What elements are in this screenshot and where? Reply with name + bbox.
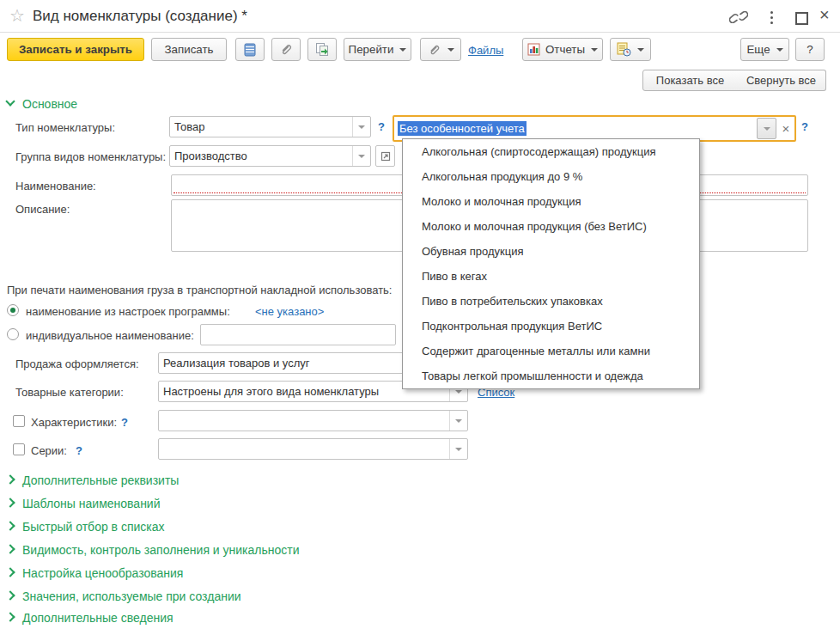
chevron-down-icon — [399, 48, 406, 52]
scheduled-docs-button[interactable] — [610, 38, 651, 61]
radio-program-label: наименование из настроек программы: — [26, 305, 230, 318]
list-item[interactable]: Молоко и молочная продукция (без ВетИС) — [403, 214, 699, 239]
group-value: Производство — [170, 150, 352, 162]
characteristics-combobox[interactable] — [158, 410, 468, 431]
page-title: Вид номенклатуры (создание) * — [33, 8, 247, 25]
chevron-down-icon[interactable] — [352, 146, 370, 166]
section-label: Видимость, контроль заполнения и уникаль… — [22, 543, 300, 557]
section-main-label: Основное — [22, 97, 77, 111]
section-additional-attributes[interactable]: Дополнительные реквизиты — [7, 473, 179, 487]
more-actions-button[interactable]: Еще — [740, 38, 789, 61]
section-label: Дополнительные сведения — [22, 611, 173, 625]
save-button[interactable]: Записать — [151, 38, 227, 61]
clear-icon[interactable]: × — [777, 117, 794, 140]
window: ☆ Вид номенклатуры (создание) * × Записа… — [0, 0, 840, 629]
section-creation-values[interactable]: Значения, используемые при создании — [7, 589, 241, 603]
more-menu-icon[interactable] — [770, 11, 774, 27]
group-label: Группа видов номенклатуры: — [15, 150, 166, 163]
chevron-right-icon — [5, 521, 15, 530]
categories-label: Товарные категории: — [15, 386, 124, 399]
attach-file-button[interactable] — [271, 38, 301, 61]
show-all-button[interactable]: Показать все — [642, 70, 738, 91]
titlebar-divider — [0, 32, 840, 33]
maximize-icon[interactable] — [795, 12, 808, 25]
section-label: Настройка ценообразования — [22, 566, 183, 580]
series-label: Серии: — [31, 444, 67, 457]
chevron-down-icon[interactable] — [352, 117, 370, 137]
accounting-help-icon[interactable]: ? — [801, 120, 808, 133]
group-open-button[interactable] — [375, 145, 395, 167]
print-name-label: При печати наименования груза в транспор… — [7, 284, 392, 296]
type-help-icon[interactable]: ? — [378, 120, 385, 133]
chevron-right-icon — [5, 544, 15, 553]
chevron-down-icon — [637, 48, 644, 52]
list-icon — [244, 43, 256, 57]
section-name-templates[interactable]: Шаблоны наименований — [7, 497, 161, 510]
series-checkbox[interactable] — [13, 443, 25, 455]
accounting-value: Без особенностей учета — [394, 117, 756, 140]
chevron-right-icon — [5, 498, 15, 507]
sale-label: Продажа оформляется: — [15, 357, 139, 370]
collapse-all-button[interactable]: Свернуть все — [737, 70, 826, 91]
description-label: Описание: — [15, 203, 70, 216]
series-combobox[interactable] — [158, 438, 468, 460]
characteristics-label: Характеристики: — [31, 416, 117, 429]
list-item[interactable]: Пиво в потребительских упаковках — [403, 289, 699, 314]
group-combobox[interactable]: Производство — [169, 145, 371, 167]
section-pricing[interactable]: Настройка ценообразования — [7, 566, 183, 580]
close-icon[interactable]: × — [819, 5, 830, 25]
characteristics-checkbox[interactable] — [13, 415, 25, 427]
get-link-icon[interactable] — [729, 11, 748, 23]
list-item[interactable]: Обувная продукция — [403, 239, 699, 264]
more-label: Еще — [746, 43, 770, 56]
chevron-down-icon — [5, 96, 15, 106]
copy-button[interactable] — [307, 38, 337, 61]
type-value: Товар — [170, 120, 352, 133]
characteristics-help-icon[interactable]: ? — [121, 416, 128, 429]
report-icon — [527, 43, 540, 56]
list-item[interactable]: Подконтрольная продукция ВетИС — [403, 314, 699, 339]
chevron-right-icon — [5, 612, 15, 621]
chevron-right-icon — [5, 474, 15, 484]
list-item[interactable]: Алкогольная (спиртосодержащая) продукция — [403, 139, 699, 164]
chevron-right-icon — [5, 590, 15, 600]
chevron-down-icon — [591, 48, 598, 52]
section-label: Шаблоны наименований — [22, 497, 161, 510]
structure-button[interactable] — [235, 38, 265, 61]
list-item[interactable]: Содержит драгоценные металлы или камни — [403, 339, 699, 363]
files-link[interactable]: Файлы — [468, 44, 503, 57]
section-main[interactable]: Основное — [7, 97, 77, 111]
chevron-down-icon — [449, 411, 467, 431]
reports-label: Отчеты — [545, 43, 585, 56]
section-label: Значения, используемые при создании — [22, 589, 241, 603]
radio-individual-name[interactable] — [7, 328, 19, 340]
type-combobox[interactable]: Товар — [169, 116, 371, 137]
go-to-button[interactable]: Перейти — [344, 38, 411, 61]
open-icon — [380, 151, 391, 162]
not-specified-link[interactable]: <не указано> — [255, 305, 324, 318]
chevron-down-icon[interactable] — [757, 118, 776, 139]
chevron-down-icon — [447, 48, 454, 52]
section-visibility-control[interactable]: Видимость, контроль заполнения и уникаль… — [7, 543, 300, 557]
chevron-down-icon — [449, 439, 467, 459]
section-additional-info[interactable]: Дополнительные сведения — [7, 611, 173, 625]
help-button[interactable]: ? — [795, 38, 825, 61]
series-help-icon[interactable]: ? — [76, 444, 82, 457]
individual-name-input[interactable] — [200, 324, 396, 345]
go-to-label: Перейти — [349, 43, 394, 56]
reports-button[interactable]: Отчеты — [522, 38, 603, 61]
attachments-menu-button[interactable] — [420, 38, 461, 61]
radio-program-name[interactable] — [7, 304, 19, 316]
section-quick-filter[interactable]: Быстрый отбор в списках — [7, 520, 165, 534]
section-label: Дополнительные реквизиты — [22, 473, 179, 487]
name-label: Наименование: — [15, 180, 96, 192]
save-and-close-button[interactable]: Записать и закрыть — [7, 38, 144, 61]
list-item[interactable]: Молоко и молочная продукция — [403, 189, 699, 214]
list-item[interactable]: Алкогольная продукция до 9 % — [403, 164, 699, 189]
list-item[interactable]: Пиво в кегах — [403, 264, 699, 289]
type-label: Тип номенклатуры: — [15, 121, 115, 134]
favorite-star-icon[interactable]: ☆ — [9, 5, 25, 26]
list-item[interactable]: Товары легкой промышленности и одежда — [403, 363, 699, 388]
selected-text: Без особенностей учета — [398, 121, 527, 136]
chevron-right-icon — [5, 567, 15, 577]
